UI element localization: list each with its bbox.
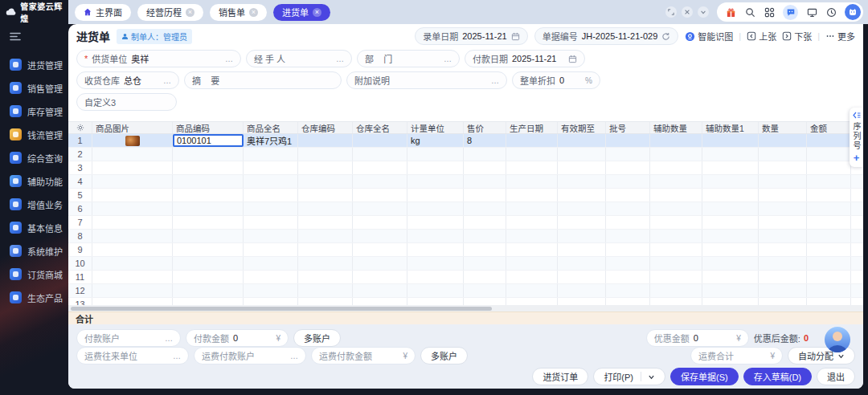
ellipsis-icon[interactable]: …	[225, 55, 233, 63]
close-tab-icon[interactable]: ×	[313, 8, 321, 17]
cell-辅助数量1[interactable]	[702, 284, 759, 297]
sidebar-item-sales[interactable]: 销售管理	[0, 76, 68, 100]
cell-数量[interactable]	[759, 134, 807, 147]
cell-数量[interactable]	[759, 216, 807, 229]
cell-有效期至[interactable]	[558, 189, 606, 202]
cell-辅助数量[interactable]	[650, 148, 702, 161]
cell-生产日期[interactable]	[506, 284, 558, 297]
cell-数量[interactable]	[759, 284, 807, 297]
tab-进货单[interactable]: 进货单×	[273, 4, 330, 21]
cell-辅助数量1[interactable]	[702, 243, 759, 256]
cell-数量[interactable]	[759, 175, 807, 188]
cell-批号[interactable]	[606, 175, 650, 188]
cell-金额[interactable]	[807, 148, 851, 161]
clock-icon[interactable]	[825, 6, 837, 18]
cell-批号[interactable]	[606, 271, 650, 283]
cell-辅助数量1[interactable]	[702, 189, 759, 202]
field-收货仓库[interactable]: 收货仓库总仓…	[76, 71, 179, 89]
cell-数量[interactable]	[759, 243, 807, 256]
table-row[interactable]: 9	[68, 243, 863, 257]
cell-计量单位[interactable]	[407, 216, 464, 229]
cell-生产日期[interactable]	[506, 202, 558, 215]
cell-数量[interactable]	[759, 148, 807, 161]
button-退出[interactable]: 退出	[817, 368, 855, 385]
serial-number-tab[interactable]: 序列号	[850, 122, 862, 151]
cell-商品编码[interactable]	[173, 189, 244, 202]
refresh-icon[interactable]	[661, 32, 670, 41]
cell-生产日期[interactable]	[506, 298, 558, 305]
cell-仓库编码[interactable]	[298, 216, 353, 229]
cell-仓库编码[interactable]	[298, 257, 353, 270]
cell-辅助数量1[interactable]	[702, 230, 759, 242]
cell-有效期至[interactable]	[558, 257, 606, 270]
cell-商品全名[interactable]	[244, 230, 298, 242]
cell-有效期至[interactable]	[558, 230, 606, 242]
cell-辅助数量[interactable]	[650, 161, 702, 174]
column-header-计量单位[interactable]: 计量单位	[407, 122, 464, 133]
cell-金额[interactable]	[807, 271, 851, 283]
cell-计量单位[interactable]	[407, 175, 464, 188]
table-row[interactable]: 10	[68, 257, 863, 271]
cell-仓库全名[interactable]	[353, 189, 407, 202]
cell-仓库编码[interactable]	[298, 202, 353, 215]
cell-辅助数量[interactable]	[650, 230, 702, 242]
cell-有效期至[interactable]	[558, 134, 606, 147]
cell-金额[interactable]	[807, 175, 851, 188]
cell-商品编码[interactable]	[173, 271, 244, 283]
cell-辅助数量[interactable]	[650, 202, 702, 215]
cell-商品全名[interactable]	[244, 298, 298, 305]
field-整单折扣[interactable]: 整单折扣0%	[512, 71, 600, 89]
field-摘要[interactable]: 摘 要	[184, 71, 342, 89]
calendar-icon[interactable]	[568, 55, 577, 63]
field-付款日期[interactable]: 付款日期2025-11-21	[465, 50, 585, 67]
close-tab-icon[interactable]: ×	[186, 8, 194, 17]
user-avatar[interactable]	[825, 327, 850, 352]
table-row[interactable]: 11	[68, 271, 863, 284]
sidebar-item-assist[interactable]: 辅助功能	[0, 169, 68, 193]
field-运费付款账户[interactable]: 运费付款账户…	[194, 347, 306, 364]
field-运费合计[interactable]: 运费合计¥	[690, 347, 783, 364]
cell-商品图片[interactable]	[92, 271, 173, 283]
cell-售价[interactable]	[464, 189, 506, 202]
field-经手人[interactable]: 经 手 人…	[246, 50, 352, 67]
cell-仓库全名[interactable]	[353, 271, 407, 283]
cell-生产日期[interactable]	[506, 175, 558, 188]
table-row[interactable]: 5	[68, 189, 863, 202]
cell-商品编码[interactable]	[173, 175, 244, 188]
cell-商品全名[interactable]	[244, 257, 298, 270]
calendar-icon[interactable]	[511, 32, 520, 41]
cell-售价[interactable]	[464, 230, 506, 242]
cell-商品全名[interactable]	[244, 284, 298, 297]
cell-批号[interactable]	[606, 202, 650, 215]
cell-仓库全名[interactable]	[353, 257, 407, 270]
cell-商品编码[interactable]	[173, 284, 244, 297]
cell-仓库全名[interactable]	[353, 148, 407, 161]
cell-售价[interactable]	[464, 284, 506, 297]
table-row[interactable]: 4	[68, 175, 863, 189]
cell-辅助数量1[interactable]	[702, 271, 759, 283]
cell-商品编码[interactable]	[173, 230, 244, 242]
restore-window-icon[interactable]	[665, 6, 677, 18]
cell-商品全名[interactable]	[244, 175, 298, 188]
cell-有效期至[interactable]	[558, 161, 606, 174]
cell-金额[interactable]	[807, 202, 851, 215]
cell-仓库全名[interactable]	[353, 202, 407, 215]
cell-仓库编码[interactable]	[298, 148, 353, 161]
cell-批号[interactable]	[606, 161, 650, 174]
cell-商品编码[interactable]	[173, 257, 244, 270]
cell-有效期至[interactable]	[558, 298, 606, 305]
cell-金额[interactable]	[807, 189, 851, 202]
field-付款金额[interactable]: 付款金额0¥	[186, 329, 289, 347]
cell-商品编码[interactable]	[173, 243, 244, 256]
cell-商品全名[interactable]	[244, 243, 298, 256]
cell-计量单位[interactable]	[407, 189, 464, 202]
ellipsis-icon[interactable]: …	[290, 352, 298, 360]
button-进货订单[interactable]: 进货订单	[532, 368, 588, 385]
cell-生产日期[interactable]	[506, 243, 558, 256]
button-存入草稿(D)[interactable]: 存入草稿(D)	[743, 368, 812, 385]
cell-商品编码[interactable]: 0100101	[173, 134, 244, 147]
ellipsis-icon[interactable]: …	[173, 352, 181, 360]
button-保存单据(S)[interactable]: 保存单据(S)	[670, 368, 739, 385]
column-header-数量[interactable]: 数量	[759, 122, 807, 133]
cell-售价[interactable]	[464, 257, 506, 270]
